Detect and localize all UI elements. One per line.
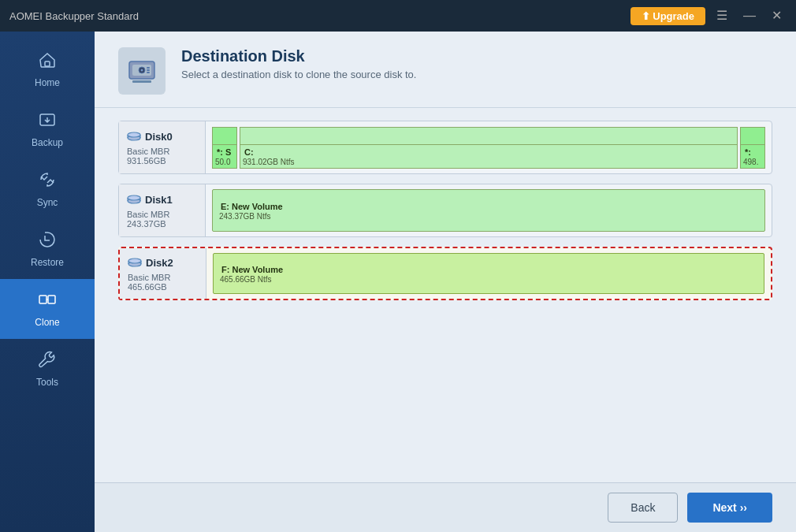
disk0-part2-label: *: [743, 147, 762, 158]
disk0-partition-small: *: 498. [740, 127, 765, 169]
sidebar-item-tools[interactable]: Tools [0, 339, 95, 399]
sidebar: Home Backup Sync [0, 32, 95, 532]
svg-rect-2 [39, 296, 46, 303]
sidebar-item-home[interactable]: Home [0, 39, 95, 99]
disk2-size: 465.66GB [128, 282, 198, 292]
minimize-button[interactable]: — [738, 8, 761, 24]
disk0-part0-sub: 50.0 [215, 158, 234, 166]
disk-row-disk2[interactable]: Disk2 Basic MBR 465.66GB F: New Volume 4… [118, 247, 772, 300]
svg-point-13 [128, 132, 140, 137]
svg-rect-9 [147, 67, 150, 69]
sidebar-item-restore-label: Restore [31, 257, 64, 268]
sidebar-item-backup-label: Backup [32, 137, 63, 148]
disk0-name: Disk0 [145, 131, 173, 143]
sidebar-item-tools-label: Tools [36, 377, 58, 388]
upgrade-button[interactable]: ⬆ Upgrade [630, 7, 705, 25]
titlebar-controls: ⬆ Upgrade ☰ — ✕ [630, 7, 787, 25]
disk1-name: Disk1 [145, 194, 173, 206]
sidebar-item-clone[interactable]: Clone [0, 279, 95, 339]
back-button[interactable]: Back [608, 493, 678, 523]
sync-icon [38, 170, 57, 192]
disk0-type: Basic MBR [127, 147, 197, 156]
content-footer: Back Next ›› [95, 482, 796, 532]
disk2-part0-sub: 465.66GB Ntfs [220, 275, 757, 284]
sidebar-item-clone-label: Clone [35, 317, 59, 328]
home-icon [38, 50, 57, 73]
disk0-partitions: *: S 50.0 C: 931.02GB Ntfs [206, 121, 772, 173]
disk2-partitions: F: New Volume 465.66GB Ntfs [206, 248, 771, 299]
disk1-part0-label: E: New Volume [219, 201, 758, 212]
sidebar-item-sync-label: Sync [37, 197, 58, 208]
restore-icon [38, 230, 57, 252]
app-title: AOMEI Backupper Standard [9, 10, 630, 22]
disk2-name: Disk2 [146, 257, 173, 269]
disk0-part2-sub: 498. [743, 158, 762, 166]
svg-rect-3 [48, 296, 55, 303]
disk1-size: 243.37GB [127, 219, 197, 229]
disk0-partition-main: C: 931.02GB Ntfs [240, 127, 738, 169]
disk0-part1-label: C: [243, 147, 735, 158]
disk2-single-partition: F: New Volume 465.66GB Ntfs [213, 253, 764, 294]
disk2-icon [128, 256, 142, 270]
disk0-info: Disk0 Basic MBR 931.56GB [119, 121, 206, 173]
next-button[interactable]: Next ›› [687, 493, 772, 523]
disk1-icon [127, 193, 141, 206]
disk1-type: Basic MBR [127, 210, 197, 219]
disk1-single-partition: E: New Volume 243.37GB Ntfs [212, 189, 765, 232]
svg-point-8 [141, 69, 143, 72]
sidebar-item-sync[interactable]: Sync [0, 159, 95, 219]
disk0-part0-label: *: S [215, 147, 234, 158]
disk-row-disk1[interactable]: Disk1 Basic MBR 243.37GB E: New Volume 2… [118, 184, 772, 237]
disk0-icon [127, 130, 141, 143]
disk2-info: Disk2 Basic MBR 465.66GB [120, 248, 206, 299]
disk0-size: 931.56GB [127, 156, 197, 166]
svg-rect-6 [132, 80, 151, 83]
sidebar-item-restore[interactable]: Restore [0, 219, 95, 279]
disk-row-disk0[interactable]: Disk0 Basic MBR 931.56GB *: S 50.0 [118, 121, 772, 174]
disk1-part0-sub: 243.37GB Ntfs [219, 212, 758, 221]
page-subtitle: Select a destination disk to clone the s… [181, 69, 416, 80]
svg-point-15 [128, 195, 140, 200]
content-header: Destination Disk Select a destination di… [95, 32, 796, 108]
disk0-partition-system: *: S 50.0 [212, 127, 237, 169]
disk2-name-row: Disk2 [128, 256, 198, 270]
disk1-partitions: E: New Volume 243.37GB Ntfs [206, 184, 772, 236]
titlebar: AOMEI Backupper Standard ⬆ Upgrade ☰ — ✕ [0, 0, 796, 32]
disk1-info: Disk1 Basic MBR 243.37GB [119, 184, 206, 236]
disk-list: Disk0 Basic MBR 931.56GB *: S 50.0 [95, 108, 796, 482]
disk2-type: Basic MBR [128, 273, 198, 282]
sidebar-item-backup[interactable]: Backup [0, 99, 95, 159]
disk0-part1-sub: 931.02GB Ntfs [243, 158, 735, 166]
disk0-name-row: Disk0 [127, 130, 197, 143]
svg-rect-0 [45, 61, 50, 66]
sidebar-item-home-label: Home [35, 77, 60, 88]
content-area: Destination Disk Select a destination di… [95, 32, 796, 532]
svg-rect-10 [147, 69, 150, 71]
app-body: Home Backup Sync [0, 32, 796, 532]
menu-button[interactable]: ☰ [712, 8, 732, 24]
page-title: Destination Disk [181, 47, 416, 65]
close-button[interactable]: ✕ [767, 8, 787, 24]
svg-rect-11 [147, 72, 150, 73]
destination-disk-icon [118, 47, 166, 95]
svg-point-17 [128, 259, 141, 263]
clone-icon [38, 290, 57, 312]
disk1-name-row: Disk1 [127, 193, 197, 206]
backup-icon [38, 110, 57, 132]
disk2-part0-label: F: New Volume [220, 264, 757, 275]
disk0-partition-bar: *: S 50.0 C: 931.02GB Ntfs [212, 127, 765, 169]
tools-icon [38, 350, 57, 372]
header-text: Destination Disk Select a destination di… [181, 47, 416, 80]
